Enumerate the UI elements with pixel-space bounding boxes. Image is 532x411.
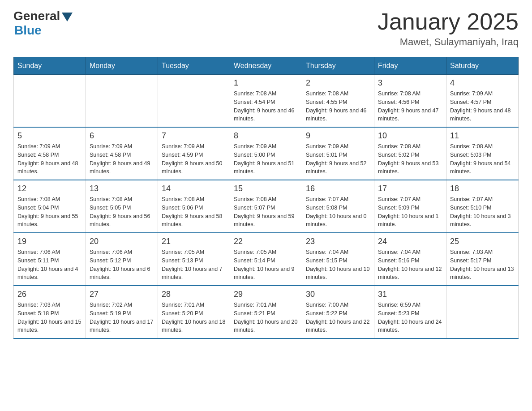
calendar-cell: 14Sunrise: 7:08 AMSunset: 5:06 PMDayligh… [158,180,230,233]
day-number: 18 [450,184,515,193]
calendar-cell: 22Sunrise: 7:05 AMSunset: 5:14 PMDayligh… [230,233,302,286]
calendar-cell: 26Sunrise: 7:03 AMSunset: 5:18 PMDayligh… [14,286,86,338]
subtitle: Mawet, Sulaymaniyah, Iraq [378,36,519,48]
day-number: 22 [234,237,298,246]
calendar-cell: 11Sunrise: 7:08 AMSunset: 5:03 PMDayligh… [446,127,519,180]
day-info: Sunrise: 7:09 AMSunset: 5:00 PMDaylight:… [234,142,298,176]
day-number: 4 [450,78,515,88]
day-info: Sunrise: 7:05 AMSunset: 5:14 PMDaylight:… [234,248,298,282]
calendar-day-header: Monday [86,57,158,75]
logo-triangle-icon [62,13,73,21]
day-number: 26 [17,290,82,299]
calendar-cell: 30Sunrise: 7:00 AMSunset: 5:22 PMDayligh… [302,286,374,338]
logo: General Blue [13,9,73,38]
calendar-cell: 29Sunrise: 7:01 AMSunset: 5:21 PMDayligh… [230,286,302,338]
day-info: Sunrise: 7:03 AMSunset: 5:18 PMDaylight:… [17,301,82,334]
day-number: 23 [306,237,370,246]
day-info: Sunrise: 7:08 AMSunset: 5:02 PMDaylight:… [378,142,442,176]
day-number: 28 [162,290,226,299]
day-info: Sunrise: 7:08 AMSunset: 5:06 PMDaylight:… [162,195,226,229]
day-info: Sunrise: 7:09 AMSunset: 5:01 PMDaylight:… [306,142,370,176]
day-info: Sunrise: 7:08 AMSunset: 4:56 PMDaylight:… [378,90,442,123]
day-number: 7 [162,131,226,141]
day-info: Sunrise: 7:03 AMSunset: 5:17 PMDaylight:… [450,248,515,282]
calendar-cell [158,75,230,128]
day-number: 15 [234,184,298,193]
calendar-cell [446,286,519,338]
day-info: Sunrise: 7:08 AMSunset: 4:55 PMDaylight:… [306,90,370,123]
calendar-cell: 19Sunrise: 7:06 AMSunset: 5:11 PMDayligh… [14,233,86,286]
calendar-cell: 2Sunrise: 7:08 AMSunset: 4:55 PMDaylight… [302,75,374,128]
calendar-header-row: SundayMondayTuesdayWednesdayThursdayFrid… [14,57,519,75]
calendar-cell: 31Sunrise: 6:59 AMSunset: 5:23 PMDayligh… [374,286,446,338]
calendar-week-row: 1Sunrise: 7:08 AMSunset: 4:54 PMDaylight… [14,75,519,128]
calendar-cell: 4Sunrise: 7:09 AMSunset: 4:57 PMDaylight… [446,75,519,128]
calendar-cell: 16Sunrise: 7:07 AMSunset: 5:08 PMDayligh… [302,180,374,233]
day-number: 17 [378,184,442,193]
day-number: 14 [162,184,226,193]
calendar-cell: 23Sunrise: 7:04 AMSunset: 5:15 PMDayligh… [302,233,374,286]
day-info: Sunrise: 7:09 AMSunset: 4:59 PMDaylight:… [162,142,226,176]
day-info: Sunrise: 7:08 AMSunset: 5:07 PMDaylight:… [234,195,298,229]
day-info: Sunrise: 7:01 AMSunset: 5:21 PMDaylight:… [234,301,298,334]
day-info: Sunrise: 7:00 AMSunset: 5:22 PMDaylight:… [306,301,370,334]
day-info: Sunrise: 7:02 AMSunset: 5:19 PMDaylight:… [90,301,154,334]
day-number: 8 [234,131,298,141]
calendar-day-header: Friday [374,57,446,75]
day-number: 9 [306,131,370,141]
calendar-cell: 7Sunrise: 7:09 AMSunset: 4:59 PMDaylight… [158,127,230,180]
day-number: 27 [90,290,154,299]
calendar-cell: 15Sunrise: 7:08 AMSunset: 5:07 PMDayligh… [230,180,302,233]
calendar-day-header: Tuesday [158,57,230,75]
day-info: Sunrise: 7:04 AMSunset: 5:16 PMDaylight:… [378,248,442,282]
calendar-table: SundayMondayTuesdayWednesdayThursdayFrid… [13,57,519,339]
day-number: 21 [162,237,226,246]
calendar-week-row: 12Sunrise: 7:08 AMSunset: 5:04 PMDayligh… [14,180,519,233]
day-info: Sunrise: 7:09 AMSunset: 4:58 PMDaylight:… [17,142,82,176]
title-section: January 2025 Mawet, Sulaymaniyah, Iraq [378,9,519,48]
calendar-cell [14,75,86,128]
day-number: 19 [17,237,82,246]
calendar-cell: 13Sunrise: 7:08 AMSunset: 5:05 PMDayligh… [86,180,158,233]
day-info: Sunrise: 7:08 AMSunset: 5:03 PMDaylight:… [450,142,515,176]
logo-blue-text: Blue [14,23,42,38]
day-number: 6 [90,131,154,141]
day-info: Sunrise: 6:59 AMSunset: 5:23 PMDaylight:… [378,301,442,334]
day-number: 10 [378,131,442,141]
day-number: 13 [90,184,154,193]
day-number: 24 [378,237,442,246]
calendar-day-header: Thursday [302,57,374,75]
day-info: Sunrise: 7:05 AMSunset: 5:13 PMDaylight:… [162,248,226,282]
day-number: 29 [234,290,298,299]
day-info: Sunrise: 7:09 AMSunset: 4:57 PMDaylight:… [450,90,515,123]
calendar-cell: 9Sunrise: 7:09 AMSunset: 5:01 PMDaylight… [302,127,374,180]
day-number: 20 [90,237,154,246]
day-info: Sunrise: 7:06 AMSunset: 5:11 PMDaylight:… [17,248,82,282]
day-info: Sunrise: 7:07 AMSunset: 5:10 PMDaylight:… [450,195,515,229]
day-number: 3 [378,78,442,88]
calendar-cell: 17Sunrise: 7:07 AMSunset: 5:09 PMDayligh… [374,180,446,233]
calendar-cell: 3Sunrise: 7:08 AMSunset: 4:56 PMDaylight… [374,75,446,128]
calendar-cell [86,75,158,128]
day-info: Sunrise: 7:01 AMSunset: 5:20 PMDaylight:… [162,301,226,334]
calendar-cell: 8Sunrise: 7:09 AMSunset: 5:00 PMDaylight… [230,127,302,180]
calendar-cell: 28Sunrise: 7:01 AMSunset: 5:20 PMDayligh… [158,286,230,338]
day-info: Sunrise: 7:07 AMSunset: 5:08 PMDaylight:… [306,195,370,229]
main-title: January 2025 [378,9,519,34]
day-number: 5 [17,131,82,141]
calendar-cell: 10Sunrise: 7:08 AMSunset: 5:02 PMDayligh… [374,127,446,180]
day-number: 2 [306,78,370,88]
calendar-cell: 5Sunrise: 7:09 AMSunset: 4:58 PMDaylight… [14,127,86,180]
day-number: 25 [450,237,515,246]
calendar-week-row: 26Sunrise: 7:03 AMSunset: 5:18 PMDayligh… [14,286,519,338]
day-number: 11 [450,131,515,141]
calendar-cell: 18Sunrise: 7:07 AMSunset: 5:10 PMDayligh… [446,180,519,233]
logo-general-text: General [13,9,60,23]
day-info: Sunrise: 7:04 AMSunset: 5:15 PMDaylight:… [306,248,370,282]
day-info: Sunrise: 7:09 AMSunset: 4:58 PMDaylight:… [90,142,154,176]
day-number: 31 [378,290,442,299]
day-info: Sunrise: 7:08 AMSunset: 5:05 PMDaylight:… [90,195,154,229]
calendar-cell: 12Sunrise: 7:08 AMSunset: 5:04 PMDayligh… [14,180,86,233]
calendar-week-row: 19Sunrise: 7:06 AMSunset: 5:11 PMDayligh… [14,233,519,286]
calendar-day-header: Saturday [446,57,519,75]
